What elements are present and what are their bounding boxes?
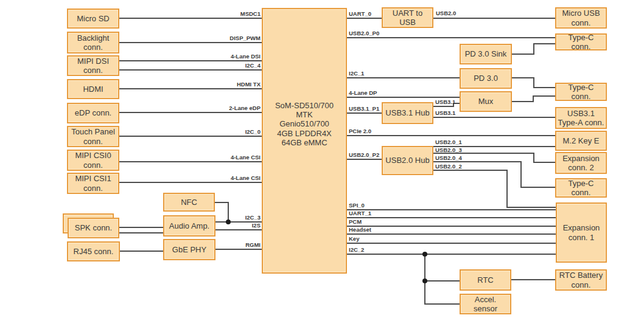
node-type-c-conn-1: Type-C conn. — [555, 33, 607, 50]
wire-i2c2 — [347, 254, 556, 255]
wire-uart1 — [347, 217, 556, 218]
node-label: HDMI — [83, 85, 103, 94]
node-spk-conn: SPK conn. — [68, 218, 119, 238]
wire-hdmi-tx — [119, 88, 262, 89]
wire-key — [347, 243, 556, 244]
signal-label-key: Key — [349, 235, 359, 242]
node-m2-key-e: M.2 Key E — [555, 131, 607, 151]
wire-4lane-dp — [347, 97, 460, 98]
node-label: PD 3.0 — [474, 74, 498, 83]
node-label: Audio Amp. — [169, 221, 210, 230]
signal-label-4lane-csi0: 4-Lane CSI — [231, 154, 261, 161]
node-pd30: PD 3.0 — [460, 68, 512, 89]
node-label: MIPI DSI conn. — [69, 57, 117, 75]
wire-usb20-2-v — [506, 170, 508, 208]
signal-label-usb31-a: USB3.1 — [435, 99, 455, 105]
node-mipi-csi0-conn: MIPI CSI0 conn. — [67, 150, 119, 171]
signal-label-spi0: SPI_0 — [349, 202, 365, 209]
node-label: NFC — [181, 198, 197, 207]
som-label-line: 4GB LPDDR4X — [277, 129, 332, 138]
wire-pd-sink-v — [533, 43, 534, 55]
signal-label-4lane-csi1: 4-Lane CSI — [231, 175, 261, 181]
node-rj45-conn: RJ45 conn. — [67, 241, 120, 261]
node-label: Type-C conn. — [558, 33, 604, 52]
wire-mux-h1 — [512, 101, 534, 102]
node-rtc: RTC — [460, 269, 511, 291]
node-label: MIPI CSI1 conn. — [69, 174, 117, 193]
wire-usb20-4-v — [520, 161, 522, 188]
node-mipi-csi1-conn: MIPI CSI1 conn. — [67, 173, 119, 194]
node-label: Micro USB conn. — [558, 9, 604, 27]
node-expansion-conn-1: Expansion conn. 1 — [556, 202, 607, 263]
node-label: RTC — [477, 275, 493, 285]
wire-spk-1 — [119, 227, 163, 228]
signal-label-usb20-3: USB2.0_3 — [435, 147, 462, 153]
node-label: UART to USB — [384, 9, 431, 27]
signal-label-i2s: I2S — [252, 222, 261, 229]
wire-rj45-gbe — [120, 251, 163, 252]
node-label: Micro SD — [77, 14, 109, 23]
signal-label-4lane-dp: 4-Lane DP — [349, 89, 377, 96]
wire-usb20-p0 — [347, 37, 555, 38]
signal-label-pcie20: PCIe 2.0 — [349, 128, 371, 134]
signal-label-pcm: PCM — [349, 218, 362, 225]
junction-i2c2-rtc — [422, 278, 427, 283]
node-type-c-conn-2: Type-C conn. — [555, 83, 607, 101]
wire-usb20-2-h1 — [433, 170, 508, 171]
signal-label-usb31-p1: USB3.1_P1 — [349, 105, 379, 112]
node-micro-sd: Micro SD — [67, 9, 119, 29]
node-label: SPK conn. — [75, 223, 112, 232]
block-diagram: Micro SD Backlight conn. MIPI DSI conn. … — [0, 0, 644, 318]
wire-usb31-typea — [433, 117, 555, 118]
node-usb31-hub: USB3.1 Hub — [382, 102, 433, 124]
wire-pcie20 — [347, 135, 555, 136]
signal-label-usb20-1: USB2.0_1 — [435, 139, 462, 145]
signal-label-usb31-b: USB3.1 — [435, 109, 455, 116]
node-uart-to-usb: UART to USB — [382, 7, 433, 28]
node-usb31-type-a-conn: USB3.1 Type-A conn. — [555, 107, 607, 129]
node-label: Expansion conn. 2 — [558, 154, 604, 173]
wire-4lane-dsi — [119, 60, 262, 61]
node-touch-panel-conn: Touch Panel conn. — [67, 126, 119, 147]
wire-pd-sink-h1 — [512, 54, 534, 55]
node-label: Expansion conn. 1 — [558, 223, 604, 242]
wire-spk-2 — [119, 232, 163, 233]
signal-label-i2c4: I2C_4 — [245, 62, 261, 69]
signal-label-usb20-2: USB2.0_2 — [435, 163, 462, 170]
signal-label-usb20: USB2.0 — [436, 10, 456, 16]
wire-usb20-p2 — [347, 159, 382, 160]
som-label-line: SoM-SD510/700 — [275, 101, 334, 110]
node-som: SoM-SD510/700 MTK Genio510/700 4GB LPDDR… — [262, 8, 347, 274]
node-edp-conn: eDP conn. — [67, 103, 119, 123]
wire-usb20-4-h1 — [433, 161, 522, 162]
wire-pd30-h1 — [512, 77, 534, 78]
node-label: eDP conn. — [75, 108, 111, 117]
signal-label-4lane-dsi: 4-Lane DSI — [231, 53, 261, 60]
signal-label-usb20-p0: USB2.0_P0 — [349, 30, 379, 36]
wire-disp-pwm — [119, 42, 262, 43]
node-gbe-phy: GbE PHY — [163, 239, 215, 260]
node-hdmi: HDMI — [67, 79, 119, 99]
node-type-c-conn-3: Type-C conn. — [555, 178, 607, 198]
wire-mux-h2 — [533, 95, 555, 97]
node-label: Mux — [478, 97, 494, 106]
node-label: Touch Panel conn. — [69, 127, 117, 146]
wire-2lane-edp — [119, 112, 262, 113]
node-nfc: NFC — [163, 193, 215, 212]
signal-label-2lane-edp: 2-Lane eDP — [229, 105, 261, 111]
signal-label-i2c0: I2C_0 — [245, 128, 261, 135]
node-mipi-dsi-conn: MIPI DSI conn. — [67, 55, 119, 76]
node-label: GbE PHY — [172, 245, 206, 254]
wire-usb20-4-h2 — [520, 187, 555, 188]
node-label: MIPI CSI0 conn. — [69, 151, 117, 170]
wire-nfc-h — [215, 202, 229, 203]
signal-label-hdmi-tx: HDMI TX — [237, 81, 261, 88]
node-rtc-battery-conn: RTC Battery conn. — [555, 269, 607, 291]
wire-usb31-p1 — [347, 112, 382, 114]
signal-label-msdc1: MSDC1 — [240, 10, 261, 17]
wire-spi0 — [347, 209, 556, 210]
signal-label-usb20-4: USB2.0_4 — [435, 154, 462, 161]
wire-usb20-2-h2 — [506, 207, 556, 208]
node-pd30-sink: PD 3.0 Sink — [460, 44, 512, 64]
node-accel-sensor: Accel. sensor — [460, 294, 511, 314]
